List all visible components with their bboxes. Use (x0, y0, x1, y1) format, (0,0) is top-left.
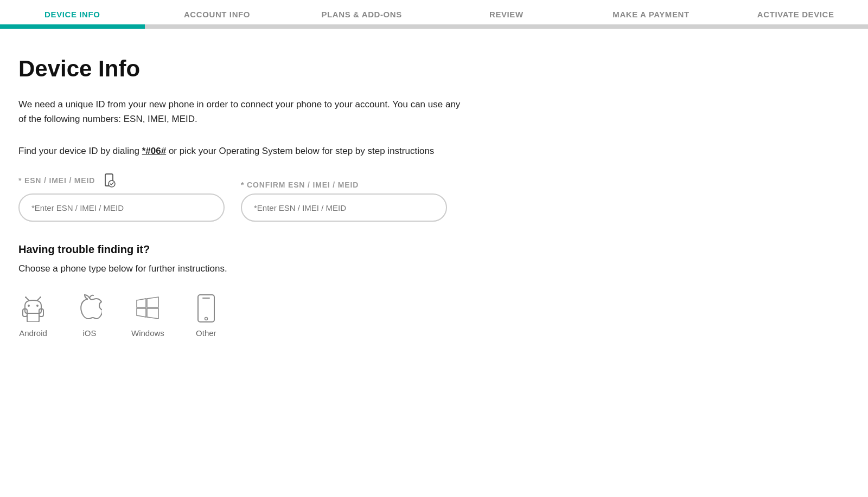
progress-bar-6 (723, 24, 868, 29)
progress-bar-2 (145, 24, 290, 29)
stepper-labels: DEVICE INFO ACCOUNT INFO PLANS & ADD-ONS… (0, 0, 868, 24)
stepper-progress (0, 24, 868, 29)
progress-bar-1 (0, 24, 145, 29)
esn-label-row: * ESN / IMEI / MEID (18, 172, 225, 189)
main-content: Device Info We need a unique ID from you… (0, 29, 488, 365)
other-label: Other (196, 328, 216, 338)
progress-bar-3 (289, 24, 434, 29)
os-android[interactable]: Android (18, 294, 48, 338)
input-row: * ESN / IMEI / MEID * CONFIRM ESN / IMEI… (18, 172, 470, 222)
esn-label: * ESN / IMEI / MEID (18, 176, 95, 185)
svg-point-5 (25, 296, 27, 298)
svg-rect-10 (27, 313, 39, 322)
confirm-esn-input-group: * CONFIRM ESN / IMEI / MEID (241, 180, 447, 222)
confirm-esn-input[interactable] (241, 193, 447, 222)
os-ios[interactable]: iOS (75, 294, 104, 338)
page-description: We need a unique ID from your new phone … (18, 97, 470, 126)
find-id-text: Find your device ID by dialing *#06# or … (18, 146, 470, 157)
progress-bar-4 (434, 24, 579, 29)
step-activate-device[interactable]: ACTIVATE DEVICE (723, 0, 868, 24)
step-device-info[interactable]: DEVICE INFO (0, 0, 145, 24)
confirm-esn-label-row: * CONFIRM ESN / IMEI / MEID (241, 180, 447, 189)
svg-point-7 (40, 296, 41, 298)
find-id-before: Find your device ID by dialing (18, 146, 142, 156)
esn-input-group: * ESN / IMEI / MEID (18, 172, 225, 222)
step-plans-addons[interactable]: PLANS & ADD-ONS (289, 0, 434, 24)
trouble-desc: Choose a phone type below for further in… (18, 263, 470, 274)
os-windows[interactable]: Windows (131, 294, 164, 338)
svg-point-2 (28, 305, 30, 307)
step-account-info[interactable]: ACCOUNT INFO (145, 0, 290, 24)
android-label: Android (19, 328, 47, 338)
trouble-title: Having trouble finding it? (18, 243, 470, 256)
find-id-link[interactable]: *#06# (142, 146, 166, 156)
svg-point-3 (36, 305, 39, 307)
svg-line-6 (37, 298, 40, 300)
other-icon (192, 294, 221, 323)
os-icons: Android iOS (18, 294, 470, 338)
find-id-after: or pick your Operating System below for … (166, 146, 434, 156)
apple-icon (75, 294, 104, 323)
windows-label: Windows (131, 328, 164, 338)
scan-icon[interactable] (100, 172, 118, 189)
step-review[interactable]: REVIEW (434, 0, 579, 24)
confirm-esn-label: * CONFIRM ESN / IMEI / MEID (241, 180, 359, 189)
ios-label: iOS (82, 328, 96, 338)
os-other[interactable]: Other (192, 294, 221, 338)
esn-input[interactable] (18, 193, 225, 222)
page-title: Device Info (18, 56, 470, 82)
step-make-payment[interactable]: MAKE A PAYMENT (579, 0, 724, 24)
svg-point-15 (205, 318, 207, 320)
svg-line-4 (26, 298, 29, 300)
android-icon (18, 294, 48, 323)
svg-rect-13 (198, 295, 214, 322)
windows-icon (133, 294, 162, 323)
stepper: DEVICE INFO ACCOUNT INFO PLANS & ADD-ONS… (0, 0, 868, 29)
progress-bar-5 (579, 24, 724, 29)
